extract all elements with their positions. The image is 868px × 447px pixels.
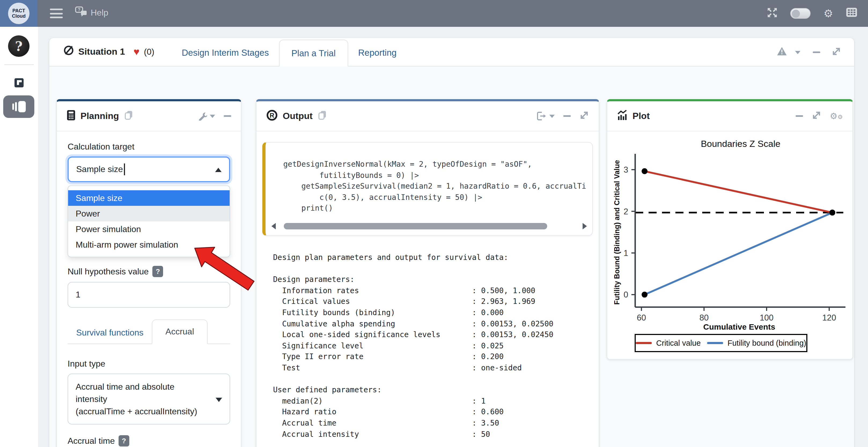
calculator-icon xyxy=(66,110,75,123)
favorite-heart-icon[interactable]: ♥ xyxy=(133,46,140,58)
chart-legend: Critical value Futility bound (binding) xyxy=(634,334,807,352)
minimize-planning-icon[interactable] xyxy=(224,115,231,117)
scrollbar-thumb[interactable] xyxy=(284,223,548,230)
scroll-left-icon[interactable] xyxy=(272,223,276,230)
sidebar-divider xyxy=(4,64,34,65)
plot-panel: Plot ⚙⚙ Boundaries Z Sc xyxy=(607,99,853,359)
chart-area: Boundaries Z Scale Futility Bound (Bindi… xyxy=(607,131,852,359)
help-label: Help xyxy=(91,8,108,18)
planning-title: Planning xyxy=(81,111,119,122)
flag-steps-icon[interactable] xyxy=(14,78,24,88)
plot-settings-gears-icon[interactable]: ⚙⚙ xyxy=(830,111,843,121)
minimize-plot-icon[interactable] xyxy=(796,115,803,117)
copy-icon[interactable] xyxy=(124,110,133,122)
menu-option-sample-size[interactable]: Sample size xyxy=(68,190,229,206)
scroll-right-icon[interactable] xyxy=(583,223,587,230)
help-button[interactable]: ? Help xyxy=(75,6,108,19)
situation-title-label: Situation 1 xyxy=(78,46,125,57)
svg-text:80: 80 xyxy=(699,313,708,322)
output-panel: R Output xyxy=(256,99,599,447)
logo-line2: Cloud xyxy=(12,13,26,19)
expand-output-icon[interactable] xyxy=(579,110,589,122)
r-logo-icon: R xyxy=(266,109,278,123)
minimize-situation-icon[interactable] xyxy=(813,52,820,53)
expand-situation-icon[interactable] xyxy=(832,46,841,58)
code-horizontal-scrollbar[interactable] xyxy=(272,222,587,230)
sidebar-item-panels-active[interactable] xyxy=(3,95,34,118)
legend-swatch-critical xyxy=(636,342,652,344)
left-sidebar: ? xyxy=(0,27,38,447)
wrench-icon xyxy=(198,111,207,121)
warning-icon[interactable] xyxy=(777,47,787,58)
chart-xlabel: Cumulative Events xyxy=(635,322,843,331)
calc-target-value: Sample size xyxy=(76,165,123,174)
tab-reporting[interactable]: Reporting xyxy=(348,40,407,66)
plot-title: Plot xyxy=(632,111,650,122)
svg-text:0: 0 xyxy=(624,290,628,299)
input-type-label: Input type xyxy=(68,359,230,369)
svg-text:2: 2 xyxy=(624,207,628,216)
svg-text:120: 120 xyxy=(822,313,836,322)
tools-dropdown[interactable] xyxy=(198,111,215,121)
app-root: PACT Cloud ? Help xyxy=(0,0,868,447)
svg-text:3: 3 xyxy=(624,165,628,174)
apps-grid-icon[interactable] xyxy=(846,7,857,19)
menu-toggle-icon[interactable] xyxy=(50,8,63,18)
svg-text:R: R xyxy=(270,111,274,119)
circle-slash-icon xyxy=(63,45,74,59)
svg-text:1: 1 xyxy=(624,248,628,258)
calc-target-select[interactable]: Sample size xyxy=(68,157,230,182)
export-dropdown[interactable] xyxy=(536,111,555,121)
favorite-count: (0) xyxy=(144,47,154,57)
output-title: Output xyxy=(283,111,312,122)
menu-option-power[interactable]: Power xyxy=(68,206,229,221)
toggle-knob xyxy=(792,9,800,18)
top-bar: PACT Cloud ? Help xyxy=(0,0,868,27)
export-caret-icon xyxy=(549,114,555,118)
theme-toggle[interactable] xyxy=(790,8,811,19)
question-avatar[interactable]: ? xyxy=(8,35,30,57)
svg-text:100: 100 xyxy=(760,313,774,322)
subtab-survival-functions[interactable]: Survival functions xyxy=(68,323,152,344)
text-cursor xyxy=(124,164,125,175)
warning-caret-icon[interactable] xyxy=(795,50,800,54)
legend-swatch-futility xyxy=(707,342,723,344)
input-type-value-line1: Accrual time and absolute intensity xyxy=(75,381,208,405)
legend-item-critical-value: Critical value xyxy=(636,339,701,347)
situation-card: Situation 1 ♥ (0) Design Interim Stages … xyxy=(49,38,854,447)
help-badge-icon[interactable]: ? xyxy=(119,435,129,446)
tab-design-interim-stages[interactable]: Design Interim Stages xyxy=(172,40,279,66)
caret-up-icon xyxy=(215,168,222,172)
r-output-text: Design plan parameters and output for su… xyxy=(273,252,599,447)
minimize-output-icon[interactable] xyxy=(563,115,571,117)
expand-plot-icon[interactable] xyxy=(812,110,821,122)
situation-title[interactable]: Situation 1 ♥ (0) xyxy=(60,37,158,66)
svg-text:60: 60 xyxy=(637,313,646,322)
tools-caret-icon xyxy=(210,114,215,118)
caret-down-icon xyxy=(216,398,222,402)
tab-plan-a-trial[interactable]: Plan a Trial xyxy=(279,40,348,66)
menu-option-power-simulation[interactable]: Power simulation xyxy=(68,221,229,237)
red-annotation-arrow xyxy=(192,243,256,291)
input-type-value-line2: (accrualTime + accrualIntensity) xyxy=(75,405,208,417)
pact-cloud-logo-icon: PACT Cloud xyxy=(8,3,30,24)
legend-item-futility-bound: Futility bound (binding) xyxy=(707,339,806,347)
copy-icon[interactable] xyxy=(317,110,327,122)
calc-target-label: Calculation target xyxy=(68,142,230,152)
export-icon xyxy=(536,111,547,121)
situation-tab-bar: Situation 1 ♥ (0) Design Interim Stages … xyxy=(49,38,854,66)
app-logo[interactable]: PACT Cloud xyxy=(0,0,37,27)
planning-subtabs: Survival functions Accrual xyxy=(68,319,230,344)
fullscreen-icon[interactable] xyxy=(767,7,777,20)
settings-gear-icon[interactable]: ⚙ xyxy=(824,8,833,19)
logo-line1: PACT xyxy=(12,8,25,13)
input-type-select[interactable]: Accrual time and absolute intensity (acc… xyxy=(68,374,230,424)
svg-text:?: ? xyxy=(78,7,81,12)
subtab-accrual[interactable]: Accrual xyxy=(152,319,208,344)
situation-content: Planning xyxy=(49,66,854,447)
chart-icon xyxy=(617,110,628,123)
accrual-time-label: Accrual time ? xyxy=(68,435,230,446)
r-code-block: getDesignInverseNormal(kMax = 2, typeOfD… xyxy=(262,142,593,236)
help-badge-icon[interactable]: ? xyxy=(152,266,163,277)
topbar-actions: ⚙ xyxy=(767,0,857,27)
